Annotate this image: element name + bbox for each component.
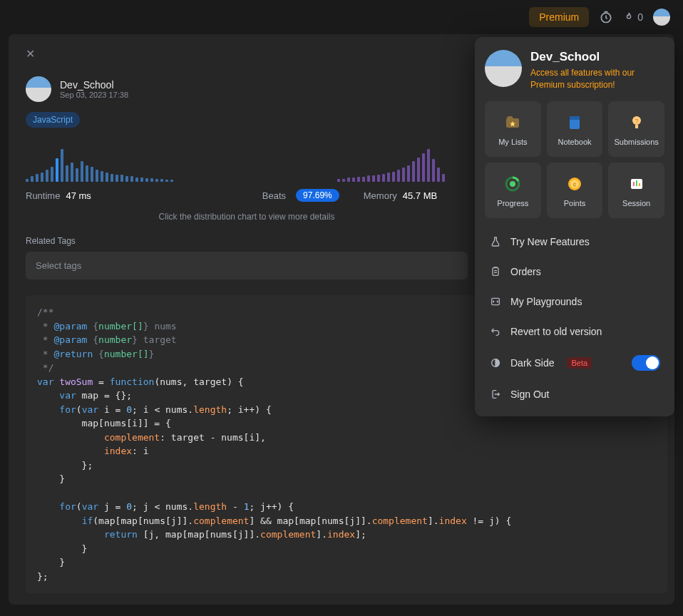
memory-distribution-chart[interactable] [337,148,445,182]
chart-bar[interactable] [61,149,63,182]
chart-bar[interactable] [160,179,163,182]
timer-icon[interactable] [599,10,613,24]
chart-bar[interactable] [106,173,108,182]
code-icon [489,295,502,308]
progress-icon [503,175,522,193]
chart-bar[interactable] [115,175,118,182]
menu-try-features[interactable]: Try New Features [485,227,664,257]
chart-bar[interactable] [31,176,34,182]
language-pill[interactable]: JavaScript [26,112,80,128]
chart-bar[interactable] [382,174,385,183]
chart-bar[interactable] [120,175,123,182]
chart-bar[interactable] [422,153,425,182]
streak-value: 0 [637,11,643,23]
chart-bar[interactable] [36,174,38,183]
chart-bar[interactable] [412,161,415,182]
chart-bar[interactable] [352,178,355,182]
chart-bar[interactable] [140,178,143,182]
svg-text:?: ? [635,118,638,125]
menu-dark-side[interactable]: Dark Side Beta [485,346,664,379]
avatar[interactable] [653,9,670,26]
author-avatar[interactable] [26,76,51,102]
chart-bar[interactable] [392,172,395,182]
chart-bar[interactable] [347,178,350,182]
tile-label: My Lists [498,138,527,146]
chart-bar[interactable] [71,163,73,182]
chart-bar[interactable] [342,179,345,182]
chart-bar[interactable] [442,174,445,183]
chart-bar[interactable] [86,165,88,182]
chart-bar[interactable] [26,179,29,182]
dropdown-avatar[interactable] [485,50,522,87]
chart-bar[interactable] [377,175,380,182]
menu-sign-out[interactable]: Sign Out [485,379,664,409]
chart-bar[interactable] [407,165,410,182]
menu-playgrounds[interactable]: My Playgrounds [485,287,664,317]
tile-progress[interactable]: Progress [485,163,541,218]
chart-bar[interactable] [81,161,83,182]
runtime-distribution-chart[interactable] [26,148,173,182]
menu-revert[interactable]: Revert to old version [485,317,664,346]
chart-bar[interactable] [51,167,53,182]
chart-bar[interactable] [41,173,43,182]
menu-orders[interactable]: Orders [485,257,664,287]
chart-bar[interactable] [372,175,375,182]
chart-bar[interactable] [427,149,430,182]
chart-bar[interactable] [337,179,340,182]
clipboard-icon [489,265,502,278]
chart-bar[interactable] [66,165,68,182]
tile-points[interactable]: ¢Points [547,163,603,218]
tile-notebook[interactable]: Notebook [547,101,603,157]
beats-label: Beats [262,190,286,201]
chart-bar[interactable] [367,175,370,182]
chart-bar[interactable] [145,178,148,182]
chart-bar[interactable] [130,176,133,182]
memory-value: 45.7 MB [403,190,437,201]
dark-side-toggle[interactable] [632,355,660,371]
post-timestamp: Sep 03, 2023 17:38 [60,91,128,99]
chart-bar[interactable] [76,168,78,182]
premium-button[interactable]: Premium [529,7,589,27]
session-icon [627,175,646,193]
tile-label: Points [564,199,586,207]
tile-my-lists[interactable]: My Lists [485,101,541,157]
chart-bar[interactable] [170,180,173,182]
sign-out-icon [489,388,502,401]
chart-bar[interactable] [397,170,400,182]
tile-session[interactable]: Session [608,163,664,218]
chart-bar[interactable] [402,168,405,182]
chart-bar[interactable] [165,180,168,182]
chart-hint: Click the distribution chart to view mor… [26,212,468,222]
tile-submissions[interactable]: ?Submissions [608,101,664,157]
runtime-label: Runtime [26,190,60,201]
svg-rect-3 [570,116,580,120]
chart-bar[interactable] [101,171,103,182]
svg-point-8 [510,181,515,187]
trophy-icon: ? [627,113,646,132]
chart-bar[interactable] [150,178,153,182]
chart-bar[interactable] [362,177,365,182]
chart-bar[interactable] [357,177,360,182]
chart-bar[interactable] [155,179,158,182]
revert-icon [489,325,502,338]
chart-bar[interactable] [125,176,128,182]
select-tags-input[interactable]: Select tags [26,252,468,279]
chart-bar[interactable] [96,170,98,182]
subscription-message[interactable]: Access all features with our Premium sub… [530,67,664,91]
runtime-value: 47 ms [66,190,91,201]
author-name[interactable]: Dev_School [60,79,128,91]
streak-counter[interactable]: 0 [623,11,643,23]
chart-bar[interactable] [135,178,138,182]
chart-bar[interactable] [417,158,420,183]
svg-rect-15 [639,183,640,186]
chart-bar[interactable] [46,170,48,182]
chart-bar[interactable] [91,167,93,182]
chart-bar[interactable] [437,168,440,182]
chart-bar[interactable] [432,159,435,182]
dropdown-username[interactable]: Dev_School [530,50,664,64]
chart-bar[interactable] [111,174,113,183]
flask-icon [489,235,502,248]
svg-rect-6 [635,125,638,128]
chart-bar[interactable] [56,158,58,182]
chart-bar[interactable] [387,173,390,182]
